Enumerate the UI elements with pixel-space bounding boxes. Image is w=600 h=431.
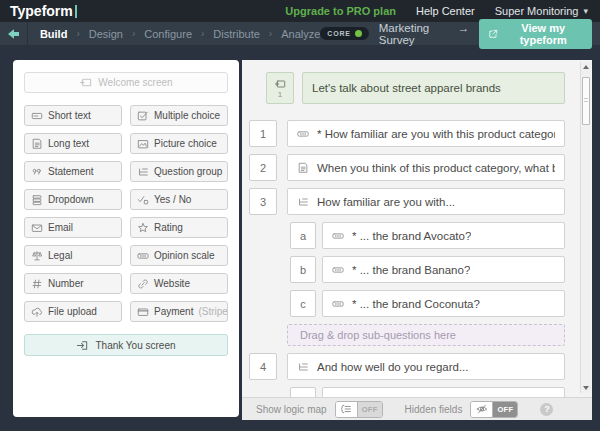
field-button-file-upload[interactable]: File upload [24,301,122,322]
subquestion-dropzone[interactable]: Drag & drop sub-questions here [287,324,565,346]
caret-down-icon: ▾ [583,6,588,16]
help-center-link[interactable]: Help Center [416,5,475,17]
thank-you-screen-button[interactable]: Thank You screen [24,334,228,356]
opinion-scale-icon [332,298,344,310]
field-button-label: Legal [48,250,72,261]
field-button-long-text[interactable]: Long text [24,133,122,154]
field-button-statement[interactable]: Statement [24,161,122,182]
question-list-area: 1 Let's talk about street apparel brands… [242,60,592,420]
tab-design[interactable]: Design [89,28,123,40]
sub-question-letter[interactable]: b [290,256,316,283]
question-row: 4 And how well do you regard... [249,353,565,380]
question-row: 3 How familiar are you with... [249,188,565,215]
welcome-screen-button[interactable]: Welcome screen [24,72,228,93]
sub-question-item[interactable]: ... the brand Avocato? [322,387,565,397]
field-button-question-group[interactable]: Question group [130,161,228,182]
question-number[interactable]: 2 [249,154,277,181]
sub-question-text: * ... the brand Avocato? [352,230,471,242]
yes-no-icon [137,194,149,206]
help-icon[interactable]: ? [540,403,553,416]
field-button-number[interactable]: Number [24,273,122,294]
tab-build[interactable]: Build [40,28,68,40]
form-name[interactable]: Marketing Survey → [379,22,470,46]
welcome-screen-count: 1 [278,91,282,99]
scrollbar-thumb[interactable] [582,77,590,125]
question-text: And how well do you regard... [317,361,469,373]
breadcrumb-separator: › [269,28,272,39]
typeform-logo[interactable]: Typeform [10,3,77,19]
arrow-right-icon: → [458,22,470,46]
question-item[interactable]: * How familiar are you with this product… [287,120,565,147]
breadcrumb-separator: › [132,28,135,39]
field-button-label: Email [48,222,73,233]
welcome-screen-icon [79,76,92,89]
field-button-short-text[interactable]: Short text [24,105,122,126]
logic-map-toggle-state: OFF [358,402,382,417]
sub-question-letter[interactable]: c [290,290,316,317]
field-button-label: Opinion scale [154,250,215,261]
thank-you-screen-icon [76,339,89,352]
scroll-up-arrow-icon[interactable] [581,63,591,72]
sub-question-item[interactable]: * ... the brand Avocato? [322,222,565,249]
question-item[interactable]: When you think of this product category,… [287,154,565,181]
statement-icon [31,166,43,178]
field-button-dropdown[interactable]: Dropdown [24,189,122,210]
topbar-links: Upgrade to PRO plan Help Center Super Mo… [285,5,588,17]
long-text-icon [31,138,43,150]
upgrade-pro-link[interactable]: Upgrade to PRO plan [285,5,396,17]
payment-card-icon [137,306,149,318]
sub-question-item[interactable]: * ... the brand Coconuta? [322,290,565,317]
field-button-opinion-scale[interactable]: Opinion scale [130,245,228,266]
short-text-icon [31,110,43,122]
field-button-label: Picture choice [154,138,217,149]
view-typeform-button[interactable]: View my typeform [479,19,592,49]
field-button-website[interactable]: Website [130,273,228,294]
tab-distribute[interactable]: Distribute [213,28,259,40]
sub-question-row: a * ... the brand Avocato? [290,222,565,249]
field-button-yes-no[interactable]: Yes / No [130,189,228,210]
field-button-label: Number [48,278,84,289]
hidden-fields-label: Hidden fields [405,404,463,415]
field-button-picture-choice[interactable]: Picture choice [130,133,228,154]
welcome-screen-badge[interactable]: 1 [266,72,294,104]
field-button-multiple-choice[interactable]: Multiple choice [130,105,228,126]
question-item[interactable]: How familiar are you with... [287,188,565,215]
tab-analyze[interactable]: Analyze [281,28,320,40]
tab-configure[interactable]: Configure [144,28,192,40]
sub-question-letter[interactable]: a [290,222,316,249]
opinion-scale-icon [332,264,344,276]
builder-navbar: Build › Design › Configure › Distribute … [0,22,600,45]
question-number[interactable]: 1 [249,120,277,147]
account-name: Super Monitoring [495,5,579,17]
sub-question-item[interactable]: * ... the brand Banano? [322,256,565,283]
number-hash-icon [31,278,43,290]
sub-question-letter[interactable]: a [290,387,316,397]
thank-you-screen-label: Thank You screen [95,340,175,351]
plan-badge-label: CORE [327,30,350,37]
field-types-panel: Welcome screen Short text Multiple choic… [13,60,239,417]
question-number[interactable]: 3 [249,188,277,215]
back-button[interactable] [0,22,28,45]
welcome-screen-item[interactable]: Let's talk about street apparel brands [302,72,565,104]
logic-map-toggle[interactable]: OFF [335,401,383,418]
plan-badge: CORE [320,27,368,40]
hidden-fields-toggle[interactable]: OFF [470,401,518,418]
breadcrumb-separator: › [76,28,79,39]
field-button-rating[interactable]: Rating [130,217,228,238]
opinion-scale-icon [332,230,344,242]
hidden-fields-toggle-state: OFF [493,402,517,417]
field-button-legal[interactable]: Legal [24,245,122,266]
question-item[interactable]: And how well do you regard... [287,353,565,380]
scrollbar[interactable] [580,62,591,393]
question-number[interactable]: 4 [249,353,277,380]
field-button-label: Statement [48,166,94,177]
status-dot [355,30,362,37]
question-group-icon [137,166,149,178]
field-buttons-grid: Short text Multiple choice Long text Pic… [24,105,228,322]
field-button-payment[interactable]: Payment (Stripe) [130,301,228,322]
scroll-down-arrow-icon[interactable] [581,383,591,392]
field-button-label: Question group [154,166,222,177]
field-button-email[interactable]: Email [24,217,122,238]
account-menu[interactable]: Super Monitoring ▾ [495,5,588,17]
field-button-label: Rating [154,222,183,233]
